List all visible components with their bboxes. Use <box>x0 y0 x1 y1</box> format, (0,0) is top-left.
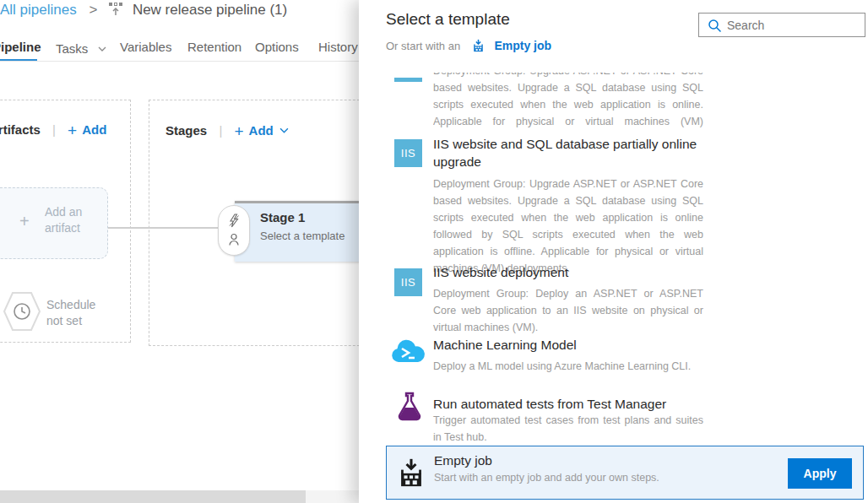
schedule-trigger[interactable]: Schedule not set <box>0 287 127 338</box>
apply-button[interactable]: Apply <box>788 458 852 489</box>
template-description: Deployment Group: Deploy an ASP.NET or A… <box>433 285 703 336</box>
artifacts-heading: Artifacts | +Add <box>0 122 106 140</box>
breadcrumb-all-pipelines-link[interactable]: All pipelines <box>0 2 77 18</box>
artifacts-heading-label: Artifacts <box>0 122 41 137</box>
tab-pipeline[interactable]: Pipeline <box>0 40 41 54</box>
tab-tasks[interactable]: Tasks <box>56 40 106 56</box>
breadcrumb-separator: > <box>89 2 97 18</box>
stages-heading: Stages | +Add <box>165 122 289 141</box>
horizontal-scrollbar-thumb[interactable] <box>0 490 306 503</box>
heading-separator: | <box>219 123 222 138</box>
select-template-panel: Select a template Or start with an Empty <box>359 0 868 503</box>
template-name[interactable]: IIS website and SQL database partially o… <box>433 135 724 170</box>
plus-icon: + <box>19 212 30 231</box>
search-icon <box>708 19 722 33</box>
person-icon[interactable] <box>228 233 240 250</box>
tab-tasks-label: Tasks <box>56 41 88 56</box>
iis-badge[interactable]: IIS <box>394 139 422 167</box>
template-name[interactable]: Machine Learning Model <box>433 336 577 354</box>
add-an-artifact-dropzone[interactable]: + Add an artifact <box>0 187 108 259</box>
template-description: Start with an empty job and add your own… <box>434 472 659 484</box>
add-artifact-button-label: Add <box>82 122 106 137</box>
empty-job-icon <box>397 456 426 493</box>
chevron-down-icon <box>279 122 289 136</box>
iis-badge[interactable]: IIS <box>394 268 422 296</box>
artifact-stage-connector <box>108 227 220 229</box>
stage-card[interactable]: Stage 1 Select a template <box>235 201 359 262</box>
stage-name: Stage 1 <box>260 210 305 224</box>
panel-title: Select a template <box>386 10 510 29</box>
template-description: Deployment Group: Upgrade ASP.NET or ASP… <box>433 176 703 277</box>
stage-conditions-pill <box>218 205 250 256</box>
plus-icon: + <box>234 122 243 140</box>
stage-status[interactable]: Select a template <box>260 230 344 242</box>
cloud-powershell-icon[interactable] <box>391 339 425 368</box>
template-description: Deploy a ML model using Azure Machine Le… <box>433 358 703 375</box>
lightning-icon[interactable] <box>228 214 240 231</box>
iis-badge-clipped[interactable] <box>394 78 422 82</box>
template-item-partial[interactable]: Deployment Group: Upgrade ASP.NET or ASP… <box>433 73 703 132</box>
template-description: Trigger automated test cases from test p… <box>433 412 703 446</box>
breadcrumb: All pipelines > New release pipeline (1) <box>0 2 287 24</box>
plus-icon: + <box>68 122 77 139</box>
empty-job-icon <box>472 39 485 55</box>
tab-retention[interactable]: Retention <box>187 40 241 54</box>
clock-hexagon-icon <box>2 290 42 336</box>
chevron-down-icon <box>98 40 106 54</box>
page-title: New release pipeline (1) <box>133 2 287 18</box>
template-name: Empty job <box>434 453 492 468</box>
template-name[interactable]: IIS website deployment <box>433 263 568 281</box>
tabbar-divider <box>0 61 359 62</box>
template-search <box>698 13 865 37</box>
stages-heading-label: Stages <box>165 123 207 138</box>
schedule-not-set-label: Schedule not set <box>46 297 106 329</box>
release-pipeline-editor: All pipelines > New release pipeline (1)… <box>0 0 868 503</box>
add-an-artifact-label: Add an artifact <box>45 204 97 236</box>
release-pipeline-icon <box>108 2 123 21</box>
template-item-empty-job[interactable]: Empty job Start with an empty job and ad… <box>386 446 864 500</box>
pipeline-canvas: All pipelines > New release pipeline (1)… <box>0 0 359 503</box>
horizontal-scrollbar-track[interactable] <box>0 490 359 503</box>
heading-separator: | <box>52 122 56 137</box>
empty-job-link[interactable]: Empty job <box>494 39 551 52</box>
tab-history[interactable]: History <box>318 40 358 54</box>
or-start-with-row: Or start with an Empty job <box>386 39 551 55</box>
add-artifact-button[interactable]: +Add <box>68 122 106 137</box>
flask-icon[interactable] <box>396 392 423 429</box>
or-start-with-label: Or start with an <box>386 40 460 52</box>
add-stage-button-label: Add <box>249 123 274 138</box>
template-name[interactable]: Run automated tests from Test Manager <box>433 395 666 413</box>
template-description: Deployment Group: Upgrade ASP.NET or ASP… <box>433 73 703 132</box>
tab-variables[interactable]: Variables <box>120 40 171 54</box>
tab-options[interactable]: Options <box>255 40 299 54</box>
search-input[interactable] <box>727 14 860 35</box>
add-stage-button[interactable]: +Add <box>234 123 288 138</box>
